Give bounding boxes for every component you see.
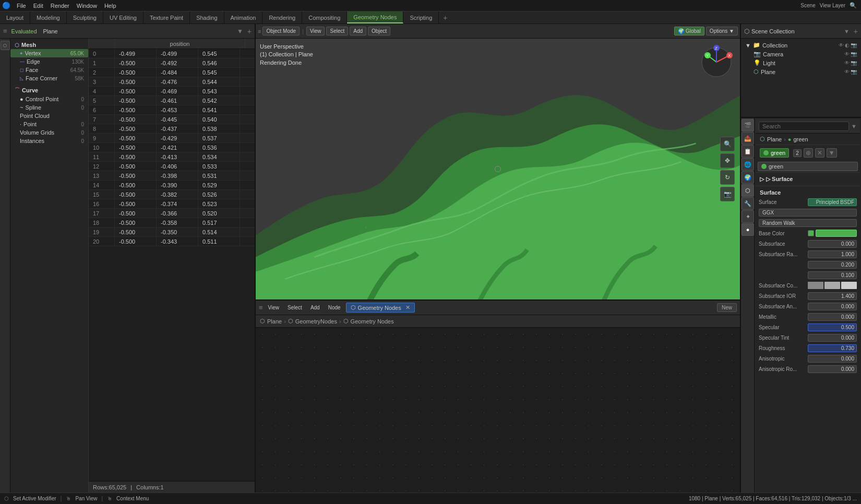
prop-tab-particles[interactable]: ✦ [742,210,754,223]
tab-rendering[interactable]: Rendering [262,11,302,23]
point-type[interactable]: · Point 0 [10,120,88,128]
light-item[interactable]: 💡 Light 👁 📷 [741,58,861,67]
node-bc-geonodes2[interactable]: Geometry Nodes [351,318,394,325]
instances-type[interactable]: Instances 0 [10,137,88,145]
camera-btn[interactable]: 📷 [720,187,735,201]
prop-tab-modifiers[interactable]: 🔧 [742,197,754,210]
tab-compositing[interactable]: Compositing [302,11,347,23]
subsurface-ra3-val[interactable]: 0.100 [808,271,857,279]
view-btn[interactable]: View [306,27,325,35]
menu-window[interactable]: Window [74,2,100,10]
face-type[interactable]: ◻ Face 64.5K [10,66,88,74]
object-btn[interactable]: Object [368,27,390,35]
subsurface-an-val[interactable]: 0.000 [808,303,857,310]
menu-edit[interactable]: Edit [30,2,46,10]
add-column-btn[interactable]: + [247,27,252,35]
subsurface-color-strip[interactable] [808,282,857,289]
base-color-swatch[interactable] [808,230,814,236]
new-node-group-btn[interactable]: New [717,303,737,312]
prop-tab-scene[interactable]: 🌐 [742,158,754,171]
sidebar-icon-1[interactable]: ⬡ [1,41,10,50]
material-name-field[interactable]: green [760,148,789,158]
tab-uv-editing[interactable]: UV Editing [103,11,144,23]
scene-root-collection[interactable]: ▼ 📁 Collection 👁 ◐ 📷 [741,41,861,50]
menu-help[interactable]: Help [101,2,119,10]
tab-geometry-nodes[interactable]: Geometry Nodes [347,11,403,23]
anisotropic-ro-val[interactable]: 0.000 [808,365,857,373]
tab-scripting[interactable]: Scripting [403,11,439,23]
tab-shading[interactable]: Shading [190,11,224,23]
select-btn[interactable]: Select [326,27,348,35]
prop-tab-world[interactable]: 🌍 [742,171,754,184]
material-filter-btn[interactable]: ▼ [827,148,837,158]
add-workspace-tab[interactable]: + [439,12,451,23]
tab-layout[interactable]: Layout [0,11,30,23]
tab-modeling[interactable]: Modeling [30,11,67,23]
collection-render-icon[interactable]: 📷 [851,42,857,48]
node-select-btn[interactable]: Select [284,304,305,311]
subsurface-ra2-val[interactable]: 0.200 [808,261,857,269]
tab-animation[interactable]: Animation [224,11,263,23]
geometry-nodes-tab[interactable]: ⬡ Geometry Nodes ✕ [346,303,415,313]
specular-val[interactable]: 0.500 [808,323,857,331]
camera-item[interactable]: 📷 Camera 👁 📷 [741,50,861,58]
add-btn[interactable]: Add [350,27,366,35]
camera-eye-icon[interactable]: 👁 [844,51,850,57]
collection-vis-icon[interactable]: ◐ [845,42,850,48]
distribution-val[interactable]: GGX [759,209,857,217]
viewport-menu-icon[interactable]: ≡ [258,28,261,34]
filter-icon-sc[interactable]: ▼ [844,28,850,34]
material-delete-btn[interactable]: ✕ [815,148,824,158]
new-collection-btn[interactable]: + [854,27,858,35]
node-editor-menu-icon[interactable]: ≡ [259,304,263,311]
prop-tab-view-layer[interactable]: 📋 [742,145,754,158]
surface-header[interactable]: Surface [756,188,860,197]
prop-tab-material[interactable]: ● [742,223,754,236]
menu-file[interactable]: File [14,2,29,10]
viewport-gizmo[interactable]: X Y Z [698,44,735,80]
plane-item[interactable]: ⬡ Plane 👁 📷 [741,67,861,76]
light-render-icon[interactable]: 📷 [851,60,857,66]
close-tab-icon[interactable]: ✕ [405,304,410,311]
spreadsheet-menu-icon[interactable]: ≡ [3,27,7,35]
material-name2-field[interactable]: green [758,162,858,171]
prop-tab-render[interactable]: 🎬 [742,119,754,131]
surface-type-val[interactable]: Principled BSDF [808,198,857,206]
filter-icon[interactable]: ▼ [237,28,243,35]
global-btn[interactable]: 🌍 Global [674,27,704,35]
collection-eye-icon[interactable]: 👁 [839,42,844,48]
zoom-in-btn[interactable]: 🔍 [720,137,735,151]
prop-tab-output[interactable]: 📤 [742,132,754,145]
subsurface-val[interactable]: 0.000 [808,240,857,248]
preview-header[interactable]: ▷ ▷ Surface [756,175,860,184]
anisotropic-val[interactable]: 0.000 [808,355,857,363]
camera-render-icon[interactable]: 📷 [851,51,857,57]
subsurface-ra-val[interactable]: 1.000 [808,250,857,258]
object-mode-dropdown[interactable]: Object Mode [262,27,300,35]
node-bc-geonodes[interactable]: GeometryNodes [295,318,337,325]
node-add-btn[interactable]: Add [307,304,323,311]
point-cloud-type[interactable]: Point Cloud [10,112,88,120]
vertex-type[interactable]: ● Vertex 65.0K [10,49,88,57]
metallic-val[interactable]: 0.000 [808,313,857,321]
tab-texture-paint[interactable]: Texture Paint [144,11,190,23]
node-node-btn[interactable]: Node [325,304,344,311]
options-btn[interactable]: Options ▼ [706,27,738,35]
node-view-btn[interactable]: View [265,304,283,311]
menu-render[interactable]: Render [47,2,73,10]
node-bc-plane[interactable]: Plane [267,318,282,325]
specular-tint-val[interactable]: 0.000 [808,334,857,342]
prop-bc-plane[interactable]: Plane [767,136,782,142]
face-corner-type[interactable]: ◺ Face Corner 58K [10,74,88,82]
volume-grids-type[interactable]: Volume Grids 0 [10,128,88,137]
subsurface-ior-val[interactable]: 1.400 [808,292,857,300]
spline-type[interactable]: ~ Spline 0 [10,103,88,112]
edge-type[interactable]: — Edge 130K [10,57,88,66]
plane-render-icon[interactable]: 📷 [851,69,857,75]
material-copy-btn[interactable]: ⊕ [804,148,813,158]
control-point-type[interactable]: ● Control Point 0 [10,95,88,103]
subsurface-method-val[interactable]: Random Walk [759,219,857,227]
orbit-btn[interactable]: ↻ [720,170,735,185]
prop-search-input[interactable] [759,122,849,131]
tab-sculpting[interactable]: Sculpting [67,11,103,23]
